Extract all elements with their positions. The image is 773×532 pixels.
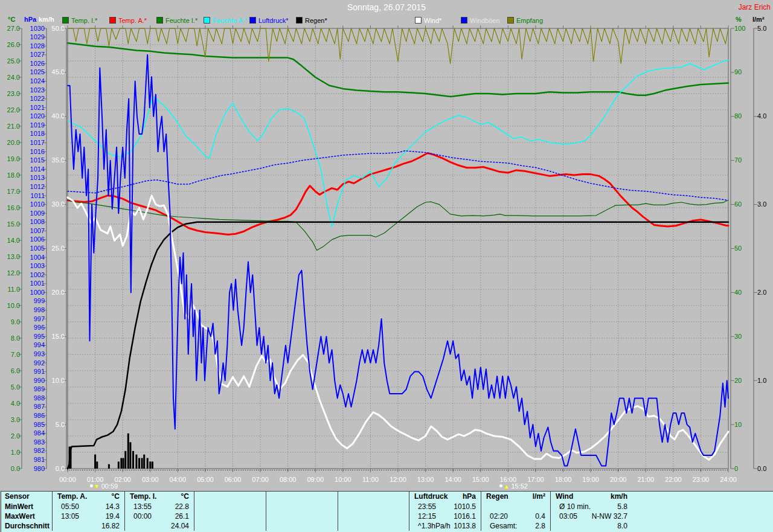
table-filler-cell: [632, 502, 773, 511]
table-data-cell: ^1.3hPa/h1013.8: [409, 521, 481, 531]
y-axis-tick-label-pct: 40: [734, 289, 742, 296]
table-cell-value: °C: [181, 492, 194, 501]
y-axis-tick-label-hpa: 1003: [0, 263, 45, 269]
table-cell-text: Regen: [481, 492, 508, 501]
y-axis-tick-label-pct: 30: [734, 333, 742, 340]
y-axis-tick-label-hpa: 1017: [0, 139, 45, 146]
table-cell-text: 12:15: [409, 512, 436, 521]
table-row-label: Durchschnitt: [1, 521, 53, 531]
moonset-icon: [90, 484, 93, 487]
table-data-cell: 12:151016.1: [409, 511, 481, 521]
table-data-cell: Gesamt:2.8: [481, 521, 551, 531]
y-axis-tick-label-pct: 70: [734, 157, 742, 164]
table-cell-text: 23:55: [409, 502, 436, 511]
chart-area: 0.01.02.03.04.05.06.07.08.09.010.011.012…: [0, 0, 773, 490]
y-axis-tick-label-hpa: 1021: [0, 104, 45, 111]
table-cell-text: Temp. A.: [53, 492, 87, 501]
y-axis-tick-label-hpa: 1012: [0, 184, 45, 190]
y-axis-tick-label-lm2: 5.0: [757, 25, 766, 32]
y-axis-tick-label-pct: 60: [734, 201, 742, 208]
table-cell-value: N-NW 32.7: [592, 512, 632, 521]
table-data-cell: [266, 502, 338, 511]
table-cell-text: 03:05: [551, 512, 577, 521]
table-cell-text: 13:55: [125, 502, 152, 511]
table-header-cell: Windkm/h: [551, 492, 632, 502]
y-axis-tick-label-kmh: 30.0: [0, 201, 65, 208]
table-row-label: MinWert: [1, 502, 53, 511]
y-axis-tick-label-pct: 90: [734, 69, 742, 75]
table-cell-text: 05:50: [53, 502, 79, 511]
y-axis-tick-label-hpa: 987: [0, 403, 45, 410]
y-axis-tick-label-hpa: 1001: [0, 280, 45, 287]
y-axis-tick-label-hpa: 997: [0, 316, 45, 322]
table-filler-cell: [632, 492, 773, 502]
table-cell-text: Temp. I.: [125, 492, 156, 501]
y-axis-tick-label-hpa: 1023: [0, 87, 45, 94]
x-axis-tick-label: 11:00: [360, 476, 380, 483]
y-axis-tick-label-kmh: 25.0: [0, 245, 65, 252]
table-cell-value: 24.04: [171, 522, 194, 530]
marker-time-label: 00:59: [101, 482, 118, 490]
table-data-cell: 02:200.4: [481, 511, 551, 521]
y-axis-tick-label-hpa: 996: [0, 324, 45, 331]
table-cell-text: Wind: [551, 492, 573, 501]
y-axis-tick-label-lm2: 2.0: [757, 289, 766, 296]
table-cell-value: l/m²: [533, 492, 550, 501]
moonrise-icon: [499, 484, 502, 487]
table-row-label: MaxWert: [1, 511, 53, 521]
y-axis-tick-label-hpa: 1013: [0, 175, 45, 181]
table-cell-text: [551, 522, 559, 530]
y-axis-tick-label-pct: 100: [734, 25, 745, 32]
x-axis-tick-label: 05:00: [195, 476, 216, 483]
x-axis-tick-label: 03:00: [140, 476, 161, 483]
y-axis-tick-label-lm2: 4.0: [757, 113, 766, 120]
table-cell-value: hPa: [463, 492, 481, 501]
table-cell-text: ^1.3hPa/h: [409, 522, 451, 530]
x-axis-tick-label: 04:00: [167, 476, 188, 483]
y-axis-tick-label-hpa: 989: [0, 386, 45, 393]
table-cell-text: 02:20: [481, 512, 508, 521]
x-axis-tick-label: 09:00: [305, 476, 326, 483]
table-data-cell: 8.0: [551, 521, 632, 531]
y-axis-tick-label-hpa: 1026: [0, 60, 45, 67]
x-axis-tick-label: 00:00: [57, 476, 78, 483]
table-data-cell: 05:5014.3: [53, 502, 125, 511]
y-axis-tick-label-hpa: 1028: [0, 43, 45, 50]
y-axis-tick-label-hpa: 1029: [0, 34, 45, 40]
table-cell-value: 16.82: [101, 522, 124, 530]
table-header-cell: Temp. A.°C: [53, 492, 125, 502]
table-data-cell: [338, 521, 409, 531]
x-axis-tick-label: 19:00: [580, 476, 601, 483]
y-axis-tick-label-kmh: 0.0: [0, 466, 65, 472]
table-data-cell: [266, 511, 338, 521]
table-data-cell: 03:05N-NW 32.7: [551, 511, 632, 521]
y-axis-tick-label-hpa: 983: [0, 439, 45, 446]
y-axis-tick-label-lm2: 0.0: [757, 466, 766, 472]
table-cell-text: Gesamt:: [481, 522, 517, 530]
table-data-cell: 23:551010.5: [409, 502, 481, 511]
table-cell-value: km/h: [611, 492, 632, 501]
table-data-cell: 13:0519.4: [53, 511, 125, 521]
y-axis-tick-label-lm2: 1.0: [757, 377, 766, 384]
table-cell-text: Luftdruck: [409, 492, 447, 501]
y-axis-tick-label-pct: 80: [734, 113, 742, 120]
y-axis-tick-label-hpa: 998: [0, 307, 45, 313]
x-axis-tick-label: 20:00: [608, 476, 629, 483]
y-axis-tick-label-pct: 20: [734, 377, 742, 384]
y-axis-tick-label-hpa: 988: [0, 395, 45, 402]
table-data-cell: [194, 502, 266, 511]
x-axis-tick-label: 24:00: [718, 476, 739, 483]
y-axis-tick-label-pct: 0: [734, 466, 738, 472]
table-header-cell: LuftdruckhPa: [409, 492, 481, 502]
table-cell-text: 13:05: [53, 512, 79, 521]
table-data-cell: [338, 502, 409, 511]
x-axis-tick-label: 15:00: [470, 476, 491, 483]
table-cell-value: 14.3: [106, 502, 124, 511]
table-data-cell: [194, 511, 266, 521]
y-axis-tick-label-hpa: 1009: [0, 210, 45, 217]
table-cell-text: 00:00: [125, 512, 152, 521]
y-axis-tick-label-kmh: 40.0: [0, 113, 65, 120]
y-axis-tick-label-pct: 10: [734, 421, 742, 428]
y-axis-tick-label-hpa: 991: [0, 368, 45, 375]
y-axis-tick-label-kmh: 5.0: [0, 421, 65, 428]
